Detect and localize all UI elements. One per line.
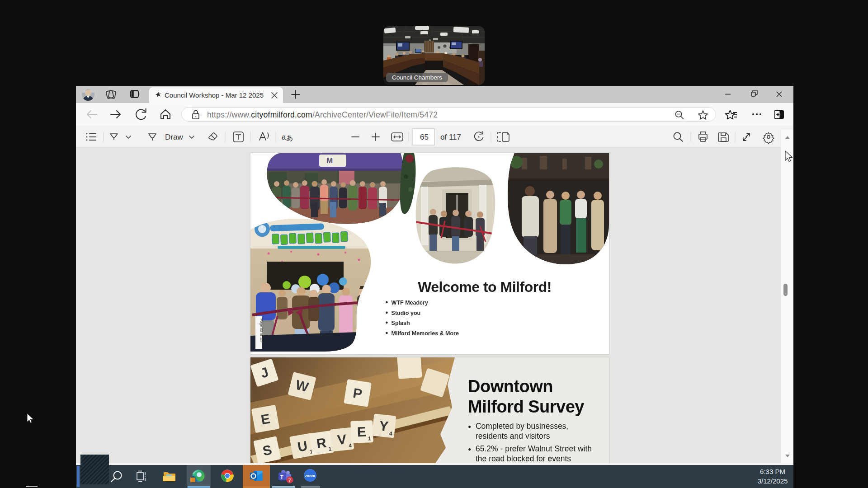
svg-text:E: E	[357, 424, 366, 440]
svg-text:of 117: of 117	[440, 133, 461, 141]
svg-text:65: 65	[420, 133, 429, 141]
svg-text:Page 65 of 117: Page 65 of 117	[259, 319, 264, 343]
svg-text:7: 7	[288, 478, 291, 483]
svg-text:Draw: Draw	[165, 133, 183, 141]
svg-text:M: M	[326, 156, 333, 165]
svg-text:あ: あ	[286, 134, 293, 141]
svg-text:V: V	[336, 432, 347, 447]
svg-text:Y: Y	[378, 418, 389, 434]
svg-text:zoom: zoom	[305, 474, 316, 478]
svg-text:T: T	[280, 474, 284, 480]
svg-text:a: a	[282, 133, 286, 141]
svg-text:1: 1	[368, 435, 371, 441]
